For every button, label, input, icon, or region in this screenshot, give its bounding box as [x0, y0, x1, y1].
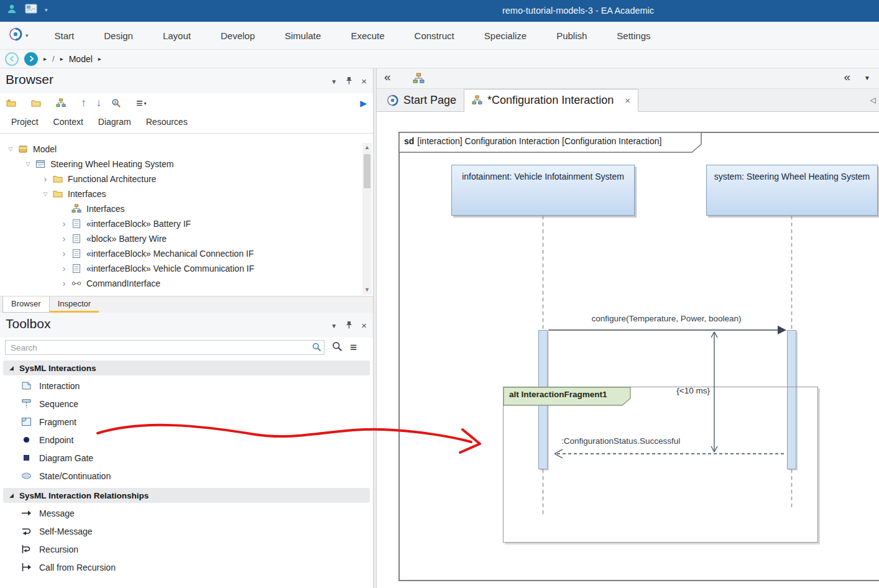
block-icon: [71, 219, 81, 229]
tree-row-battery-wire[interactable]: › «block» Battery Wire: [0, 231, 362, 246]
close-icon[interactable]: ×: [361, 323, 367, 329]
browser-tab-project[interactable]: Project: [5, 115, 45, 129]
ribbon-tab-publish[interactable]: Publish: [541, 22, 602, 50]
pin-icon[interactable]: [346, 76, 352, 87]
ribbon-tab-develop[interactable]: Develop: [206, 22, 270, 50]
expander-icon[interactable]: ›: [60, 265, 68, 272]
tree-row-system[interactable]: ▽ Steering Wheel Heating System: [0, 157, 362, 172]
expander-icon[interactable]: ›: [60, 236, 68, 242]
ribbon-tab-design[interactable]: Design: [89, 22, 148, 50]
expander-icon[interactable]: ›: [60, 250, 68, 257]
toolbox-item-call-from-recursion[interactable]: Call from Recursion: [0, 558, 373, 576]
ribbon-tab-construct[interactable]: Construct: [400, 22, 469, 50]
tree-row-interfaces-package[interactable]: ▽ Interfaces: [0, 186, 362, 201]
hamburger-menu-button[interactable]: ≡ ▾: [136, 99, 147, 107]
ribbon-tab-settings[interactable]: Settings: [602, 22, 665, 50]
app-menu-button[interactable]: ▾: [0, 27, 40, 44]
tree-row-battery-if[interactable]: › «interfaceBlock» Battery IF: [0, 216, 362, 231]
expand-panel-icon[interactable]: ▶: [360, 98, 367, 108]
browser-tab-resources[interactable]: Resources: [140, 115, 194, 129]
toolbox-menu-icon[interactable]: ≡: [350, 344, 357, 351]
toolbox-item-state-continuation[interactable]: State/Continuation: [0, 467, 373, 485]
ribbon-tab-specialize[interactable]: Specialize: [469, 22, 541, 50]
tree-row-model[interactable]: ▽ Model: [0, 142, 362, 157]
lifeline-name: infotainment: Vehicle Infotainment Syste…: [462, 172, 624, 215]
model-icon: [18, 144, 28, 154]
new-model-button[interactable]: [6, 98, 21, 108]
expander-icon[interactable]: ›: [60, 221, 68, 227]
expander-icon[interactable]: ▽: [6, 146, 15, 152]
expander-icon[interactable]: ›: [60, 280, 68, 287]
search-toolbox-button[interactable]: [332, 341, 343, 354]
ribbon-tab-layout[interactable]: Layout: [148, 22, 206, 50]
tab-configuration-interaction[interactable]: *Configuration Interaction ×: [464, 89, 638, 112]
nav-forward-button[interactable]: [24, 52, 38, 66]
ribbon-tab-simulate[interactable]: Simulate: [270, 22, 336, 50]
fragment-label[interactable]: alt InteractionFragment1: [509, 390, 607, 399]
self-message-icon: [21, 526, 32, 536]
folder-icon: [53, 174, 63, 184]
browser-tab-diagram[interactable]: Diagram: [92, 115, 137, 129]
diagram-type-icon[interactable]: [413, 73, 425, 87]
state-continuation-icon: [21, 471, 32, 481]
toolbox-item-diagram-gate[interactable]: Diagram Gate: [0, 449, 373, 467]
strip-dropdown-icon[interactable]: ▼: [864, 75, 870, 81]
lifeline-infotainment[interactable]: infotainment: Vehicle Infotainment Syste…: [451, 165, 635, 216]
call-message-label[interactable]: configure(Temperature, Power, boolean): [555, 314, 778, 323]
nav-back-button[interactable]: [5, 52, 19, 66]
panel-dropdown-icon[interactable]: ▼: [331, 323, 337, 329]
tree-row-vehicle-communication-if[interactable]: › «interfaceBlock» Vehicle Communication…: [0, 261, 362, 276]
toolbox-item-fragment[interactable]: Fragment: [0, 413, 373, 431]
ribbon-tab-start[interactable]: Start: [40, 22, 90, 50]
collapse-right-icon[interactable]: «: [844, 70, 850, 84]
tree-row-functional-architecture[interactable]: › Functional Architecture: [0, 172, 362, 186]
toolbox-item-recursion[interactable]: Recursion: [0, 540, 373, 558]
toolbox-search-input[interactable]: [5, 340, 324, 355]
dock-tab-inspector[interactable]: Inspector: [50, 296, 99, 313]
ribbon-tab-execute[interactable]: Execute: [336, 22, 399, 50]
toolbox-item-interaction[interactable]: Interaction: [0, 377, 373, 395]
close-tab-icon[interactable]: ×: [625, 95, 630, 106]
tree-scrollbar[interactable]: ▲ ▼: [362, 143, 372, 295]
toolbox-item-sequence[interactable]: Sequence: [0, 395, 373, 413]
toolbox-item-label: Recursion: [39, 544, 78, 554]
collapse-left-icon[interactable]: «: [384, 70, 391, 84]
toolbox-item-endpoint[interactable]: Endpoint: [0, 431, 373, 449]
scrollbar-thumb[interactable]: [364, 154, 370, 188]
alt-fragment[interactable]: [503, 387, 818, 543]
move-down-button[interactable]: ↓: [96, 97, 102, 109]
section-sysml-interactions[interactable]: SysML Interactions: [3, 361, 370, 375]
tab-start-page[interactable]: Start Page: [379, 89, 464, 111]
tab-scroll-left-icon[interactable]: ◁: [870, 96, 876, 104]
tree-row-mechanical-connection-if[interactable]: › «interfaceBlock» Mechanical Connection…: [0, 246, 362, 261]
duration-constraint-label[interactable]: {<10 ms}: [619, 386, 710, 395]
expander-icon[interactable]: ▽: [41, 191, 50, 197]
return-message-label[interactable]: :ConfigurationStatus.Successful: [561, 436, 680, 446]
close-icon[interactable]: ×: [361, 78, 367, 85]
qat-dropdown-icon[interactable]: ▾: [45, 7, 48, 13]
panel-dropdown-icon[interactable]: ▼: [331, 78, 337, 85]
find-in-browser-button[interactable]: [111, 98, 126, 108]
tree-row-command-interface[interactable]: › CommandInterface: [0, 276, 362, 291]
tree-label: «block» Battery Wire: [86, 234, 167, 244]
move-up-button[interactable]: ↑: [81, 97, 86, 109]
breadcrumb-model[interactable]: Model: [69, 54, 93, 64]
new-diagram-button[interactable]: [56, 98, 71, 108]
tree-row-interfaces-diagram[interactable]: › Interfaces: [0, 201, 362, 216]
toolbox-item-message[interactable]: Message: [0, 504, 373, 522]
toolbox-item-label: Message: [39, 508, 75, 518]
image-window-icon[interactable]: [25, 4, 37, 16]
pin-icon[interactable]: [346, 320, 352, 331]
section-sysml-interaction-relationships[interactable]: SysML Interaction Relationships: [3, 488, 370, 503]
scroll-down-icon[interactable]: ▼: [362, 285, 372, 295]
browser-tab-context[interactable]: Context: [47, 115, 90, 129]
toolbox-item-self-message[interactable]: Self-Message: [0, 522, 373, 540]
user-icon[interactable]: [6, 3, 17, 17]
lifeline-system[interactable]: system: Steering Wheel Heating System: [706, 165, 878, 216]
new-package-button[interactable]: [31, 98, 46, 108]
expander-icon[interactable]: ›: [41, 176, 50, 182]
diagram-canvas[interactable]: infotainment: Vehicle Infotainment Syste…: [377, 112, 879, 588]
dock-tab-browser[interactable]: Browser: [2, 296, 50, 313]
scroll-up-icon[interactable]: ▲: [362, 143, 372, 152]
expander-icon[interactable]: ▽: [24, 161, 32, 167]
